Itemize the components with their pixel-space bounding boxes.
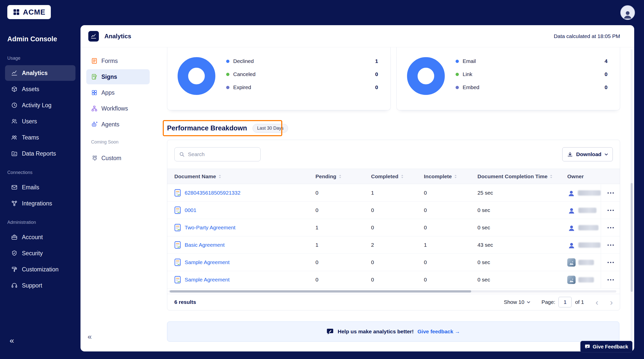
legend-label: Email — [463, 58, 476, 64]
subnav-item-workflows[interactable]: Workflows — [86, 101, 150, 116]
user-avatar[interactable] — [620, 5, 635, 20]
incomplete-value: 0 — [424, 190, 477, 196]
sidebar-item-integrations[interactable]: Integrations — [5, 196, 75, 211]
table-footer: 6 results Show 10 Page: of 1 ‹ › — [167, 294, 620, 310]
row-actions-menu[interactable] — [601, 271, 620, 288]
subnav-item-signs[interactable]: Signs — [86, 69, 150, 84]
download-icon — [567, 151, 573, 157]
document-icon — [174, 241, 181, 249]
apps-grid-icon — [91, 89, 98, 96]
search-input-wrapper[interactable] — [174, 147, 261, 161]
sidebar-item-security[interactable]: Security — [5, 245, 75, 261]
sidebar-item-label: Teams — [22, 134, 39, 141]
sidebar-item-label: Security — [22, 250, 43, 257]
sidebar-item-label: Assets — [22, 86, 39, 93]
column-header-owner[interactable]: Owner — [567, 173, 601, 179]
legend-row: Canceled 0 — [226, 71, 378, 77]
channel-legend: Email 4 Link 0 Embed 0 — [456, 58, 608, 90]
row-actions-menu[interactable] — [601, 254, 620, 271]
column-header-document-name[interactable]: Document Name — [167, 173, 315, 179]
subnav-item-custom[interactable]: Custom — [86, 151, 150, 166]
owner-avatar-icon — [567, 241, 576, 249]
column-label: Owner — [567, 173, 584, 179]
subnav-item-apps[interactable]: Apps — [86, 85, 150, 100]
cube-icon — [11, 86, 18, 92]
pending-value: 0 — [315, 190, 371, 196]
row-actions-menu[interactable] — [601, 184, 620, 201]
row-actions-menu[interactable] — [601, 202, 620, 219]
section-label-administration: Administration — [7, 220, 80, 225]
document-icon — [174, 189, 181, 197]
column-header-completed[interactable]: Completed — [371, 173, 424, 179]
subnav-item-label: Custom — [101, 155, 121, 162]
subnav-item-agents[interactable]: Agents — [86, 117, 150, 132]
horizontal-scrollbar-thumb[interactable] — [170, 290, 471, 293]
sidebar-item-data-reports[interactable]: Data Reports — [5, 146, 75, 161]
sidebar-item-customization[interactable]: Customization — [5, 262, 75, 277]
search-input[interactable] — [188, 151, 248, 157]
sidebar-title: Admin Console — [7, 35, 80, 43]
show-per-page-label: Show 10 — [504, 299, 525, 305]
row-actions-menu[interactable] — [601, 236, 620, 254]
table-row: Sample Agreement 0 0 0 0 sec — [167, 271, 620, 289]
headset-icon — [11, 282, 18, 289]
subnav-item-label: Forms — [101, 58, 118, 64]
next-page-button[interactable]: › — [610, 298, 613, 306]
vertical-scrollbar-thumb[interactable] — [631, 183, 633, 292]
document-link[interactable]: Two-Party Agreement — [185, 225, 235, 231]
download-button[interactable]: Download — [562, 147, 613, 161]
give-feedback-link[interactable]: Give feedback → — [418, 329, 460, 335]
sidebar-item-emails[interactable]: Emails — [5, 179, 75, 195]
legend-label: Canceled — [233, 71, 256, 77]
column-header-incomplete[interactable]: Incomplete — [424, 173, 477, 179]
legend-row: Expired 0 — [226, 85, 378, 90]
incomplete-value: 0 — [424, 225, 477, 231]
redacted-owner-name — [578, 190, 601, 196]
sidebar-item-teams[interactable]: Teams — [5, 130, 75, 145]
document-link[interactable]: 6280435618505921332 — [185, 190, 240, 196]
legend-row: Declined 1 — [226, 58, 378, 64]
sidebar-item-label: Integrations — [22, 200, 52, 207]
teams-icon — [11, 134, 18, 141]
sort-icon — [339, 174, 342, 178]
give-feedback-button[interactable]: Give Feedback — [580, 341, 632, 352]
legend-value: 0 — [605, 71, 608, 77]
row-actions-menu[interactable] — [601, 219, 620, 236]
owner-cell — [567, 276, 601, 284]
completion-time-value: 0 sec — [477, 207, 567, 213]
document-link[interactable]: Basic Agreement — [185, 242, 225, 248]
data-calculated-label: Data calculated at 18:05 PM — [554, 33, 620, 39]
sidebar-item-analytics[interactable]: Analytics — [5, 65, 75, 81]
subnav-item-forms[interactable]: Forms — [86, 53, 150, 68]
sidebar-item-account[interactable]: Account — [5, 229, 75, 245]
column-header-pending[interactable]: Pending — [315, 173, 371, 179]
document-icon — [174, 224, 181, 231]
sidebar-item-activity-log[interactable]: Activity Log — [5, 97, 75, 113]
chart-line-icon — [11, 70, 18, 76]
search-icon — [179, 152, 185, 157]
document-link[interactable]: 0001 — [185, 207, 196, 213]
table-row: Sample Agreement 0 0 0 0 sec — [167, 254, 620, 271]
last-30-days-badge: Last 30 Days — [253, 124, 288, 133]
previous-page-button[interactable]: ‹ — [595, 298, 598, 306]
sidebar-collapse-button[interactable]: « — [10, 336, 14, 344]
page-number-input[interactable] — [558, 297, 572, 307]
show-per-page-select[interactable]: Show 10 — [504, 299, 531, 305]
subnav-collapse-button[interactable]: « — [88, 333, 92, 340]
page-label: Page: — [541, 299, 555, 305]
document-link[interactable]: Sample Agreement — [185, 259, 230, 265]
brand-logo[interactable]: ACME — [7, 5, 51, 19]
sidebar-item-assets[interactable]: Assets — [5, 81, 75, 97]
column-header-completion-time[interactable]: Document Completion Time — [477, 173, 567, 179]
sidebar-item-label: Activity Log — [22, 102, 52, 109]
legend-label: Declined — [233, 58, 254, 64]
sidebar-item-users[interactable]: Users — [5, 114, 75, 129]
coming-soon-label: Coming Soon — [91, 139, 150, 145]
feedback-banner-text: Help us make analytics better! — [338, 329, 414, 335]
document-link[interactable]: Sample Agreement — [185, 277, 230, 283]
legend-dot-email — [456, 60, 459, 63]
sidebar-item-support[interactable]: Support — [5, 278, 75, 293]
column-label: Document Completion Time — [477, 173, 547, 179]
give-feedback-label: Give Feedback — [593, 344, 628, 350]
incomplete-value: 0 — [424, 259, 477, 265]
